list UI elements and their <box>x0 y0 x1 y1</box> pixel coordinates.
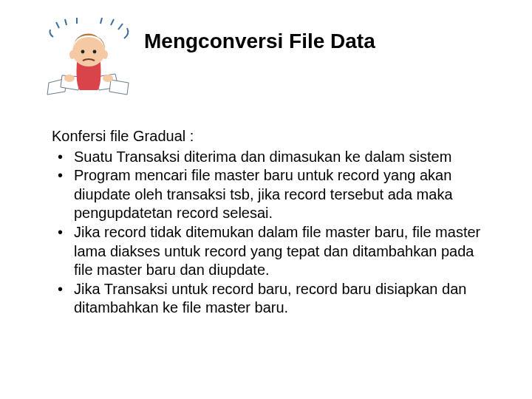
confused-person-icon <box>44 18 133 99</box>
intro-text: Konfersi file Gradual : <box>52 127 488 146</box>
svg-point-3 <box>93 50 97 54</box>
slide-title: Mengconversi File Data <box>144 30 375 53</box>
svg-point-2 <box>81 50 85 54</box>
svg-point-7 <box>103 75 113 82</box>
slide: Mengconversi File Data Konfersi file Gra… <box>0 0 532 399</box>
svg-point-5 <box>102 50 108 59</box>
list-item: Suatu Transaksi diterima dan dimasukan k… <box>52 148 488 167</box>
svg-point-4 <box>69 50 75 59</box>
bullet-list: Suatu Transaksi diterima dan dimasukan k… <box>52 148 488 318</box>
list-item: Program mencari file master baru untuk r… <box>52 166 488 223</box>
svg-point-1 <box>72 37 105 66</box>
slide-body: Konfersi file Gradual : Suatu Transaksi … <box>52 127 488 318</box>
list-item: Jika Transaksi untuk record baru, record… <box>52 280 488 318</box>
svg-point-6 <box>64 75 75 82</box>
list-item: Jika record tidak ditemukan dalam file m… <box>52 223 488 280</box>
